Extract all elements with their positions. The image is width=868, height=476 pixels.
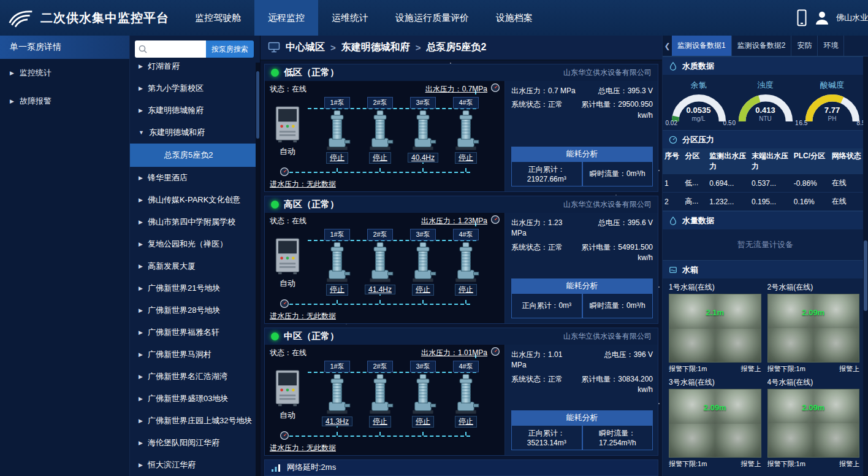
pump-room-item[interactable]: ▶海伦堡队阳阅江华府 [130,432,260,454]
outlet-pressure-value: 出水压力：1.01 MPa [511,350,576,371]
status-ok-dot [271,201,279,209]
pump-diagram: 状态：在线 出水压力：1.23MPa 自动 [265,213,505,323]
tank-alarm-low: 报警下限:1m [767,459,805,469]
sidebar-item-monitor-stats[interactable]: ▶ 监控统计 [0,59,129,87]
mobile-phone-icon[interactable] [796,9,808,26]
outlet-pressure-link[interactable]: 出水压力：0.7MPa [425,84,487,94]
tab-environment[interactable]: 环境 [818,36,844,56]
outlet-pressure-value: 出水压力：0.7 MPa [511,86,576,96]
chevron-right-icon: ▶ [139,107,143,113]
pump-unit-4: 4#泵 停止 [446,361,485,428]
pipe-inlet-manifold [289,304,470,305]
energy-analysis-bar[interactable]: 能耗分析 [511,147,653,162]
scrollbar-thumb[interactable] [864,240,867,311]
no-flowmeter-message: 暂无流量计设备 [663,229,868,260]
outlet-pressure-value: 出水压力：1.23 MPa [511,218,576,239]
pump-unit-1: 1#泵 停止 [318,229,357,296]
nav-item-remote-monitoring[interactable]: 远程监控 [254,0,318,36]
outlet-pressure-link[interactable]: 出水压力：1.01MPa [421,348,487,358]
tank-image: 2.1m [669,294,761,363]
energy-analysis-bar[interactable]: 能耗分析 [511,278,653,294]
pump-room-item[interactable]: ▶恒大滨江华府 [130,454,260,476]
pump-room-item[interactable]: ▶第九小学新校区 [130,77,260,99]
nav-item-facility-archive[interactable]: 设施档案 [482,0,546,36]
total-energy-value: 累计电量：30834.200 kw/h [581,374,653,396]
pump-room-item[interactable]: ▶东建明德城翰府 [130,99,260,121]
pump-room-item[interactable]: ▶广佛新世界马洞村 [130,344,260,366]
pump-room-item[interactable]: ▶锋华里酒店 [130,167,260,189]
nav-item-cockpit[interactable]: 监控驾驶舱 [181,0,254,36]
app-title: 二次供水集中监控平台 [40,10,169,26]
collapse-panel-icon[interactable]: ❮ [663,36,672,56]
inlet-pressure-link[interactable]: 进水压力：无此数据 [270,179,336,190]
pump-icon [365,372,395,415]
chevron-right-icon: ▶ [139,285,143,291]
pump-room-item[interactable]: ▶广佛新世界名汇浩湖湾 [130,366,260,388]
pump-list-scrollbar[interactable] [256,63,260,476]
tank-alarm-low: 报警下限:1m [767,364,805,374]
pump-room-item[interactable]: ▶广佛新世界28号地块 [130,299,260,321]
zone-panel-mid: 中区（正常） 山东华立供水设备有限公司 状态：在线 出水压力：1.01MPa [264,328,658,456]
scrollbar-thumb[interactable] [256,71,259,139]
pump-icon [365,109,395,152]
pump-icon [408,109,438,152]
chevron-right-icon: ▶ [139,329,143,336]
breadcrumb-pump-room[interactable]: 总泵房5座负2 [427,41,487,54]
nav-item-ops-statistics[interactable]: 运维统计 [318,0,382,36]
user-name[interactable]: 佛山水业 [836,12,868,23]
control-cabinet-icon [275,237,300,275]
tank-image: 2.09m [669,389,761,458]
pump-room-search-button[interactable]: 按泵房搜索 [206,40,254,58]
pump-room-item[interactable]: ▶广佛新世界21号地块 [130,277,260,299]
pump-room-item[interactable]: ▶佛山传媒K-PARK文化创意 [130,189,260,211]
breadcrumb-district[interactable]: 中心城区 [286,41,325,54]
outlet-gauge-icon [490,83,500,93]
pump-room-item[interactable]: ▶佛山市第四中学附属学校 [130,211,260,233]
device-data-tabs: ❮ 监测设备数据1 监测设备数据2 安防 环境 [663,36,868,56]
chevron-right-icon: ▶ [139,219,143,225]
inlet-pressure-link[interactable]: 进水压力：无此数据 [270,311,336,321]
forward-total-flow: 正向累计：0m³ [511,294,582,318]
tank-image: 2.09m [767,294,860,363]
pump-icon [322,372,352,415]
zone-company: 山东华立供水设备有限公司 [563,331,652,342]
energy-analysis-bar[interactable]: 能耗分析 [511,410,653,426]
pump-unit-3: 3#泵 停止 [403,361,443,428]
pump-room-item[interactable]: ▶广佛新世界庄园上城32号地块 [130,410,260,432]
tab-security[interactable]: 安防 [791,36,818,56]
zone-title: 低区（正常） [284,67,339,79]
pump-room-item[interactable]: ▶高新发展大厦 [130,255,260,277]
pump-mode-label: 自动 [280,278,295,289]
pump-unit-2: 2#泵 停止 [360,97,400,164]
chevron-right-icon: ▶ [139,351,143,358]
sidebar-header-pump-room-detail[interactable]: 单一泵房详情 [0,36,129,59]
pump-unit-4: 4#泵 停止 [446,97,485,164]
pump-room-item[interactable]: ▶复地公园和光（禅医） [130,233,260,255]
forward-total-flow: 正向累计：35213.14m³ [511,426,582,450]
breadcrumb-community[interactable]: 东建明德城和府 [341,41,410,54]
pump-room-item[interactable]: ▶广佛新世界盛璟03地块 [130,388,260,410]
pump-room-child-selected[interactable]: 总泵房5座负2 [130,144,260,167]
table-row: 1低... 0.694...0.537... -0.86%在线 [663,174,868,193]
pump-icon [451,109,481,152]
tab-device-data-1[interactable]: 监测设备数据1 [672,36,732,56]
user-avatar-icon[interactable] [814,10,830,26]
inlet-pressure-link[interactable]: 进水压力：无此数据 [270,443,336,453]
right-panel-scrollbar[interactable] [863,56,868,476]
pump-room-item-expanded[interactable]: ▼东建明德城和府 [130,121,260,144]
search-icon [138,44,148,54]
total-voltage-value: 总电压：396 V [581,350,653,371]
tank-level-value: 2.09m [768,403,859,412]
brand: 二次供水集中监控平台 [0,0,181,36]
zone-header: 低区（正常） 山东华立供水设备有限公司 [265,64,658,81]
sidebar-item-fault-alarm[interactable]: ▶ 故障报警 [0,87,129,115]
status-ok-dot [271,69,279,77]
outlet-pressure-link[interactable]: 出水压力：1.23MPa [421,216,487,226]
forward-total-flow: 正向累计：21927.66m³ [511,162,582,186]
tab-device-data-2[interactable]: 监测设备数据2 [732,36,792,56]
zone-info-panel: 出水压力：1.23 MPa 总电压：395.6 V 系统状态：正常 累计电量：5… [505,213,658,323]
pump-room-item[interactable]: ▶广佛新世界福雅名轩 [130,321,260,344]
control-cabinet-icon [275,369,300,407]
tank-alarm-low: 报警下限:1m [669,459,707,469]
nav-item-quality-evaluation[interactable]: 设施运行质量评价 [382,0,482,36]
